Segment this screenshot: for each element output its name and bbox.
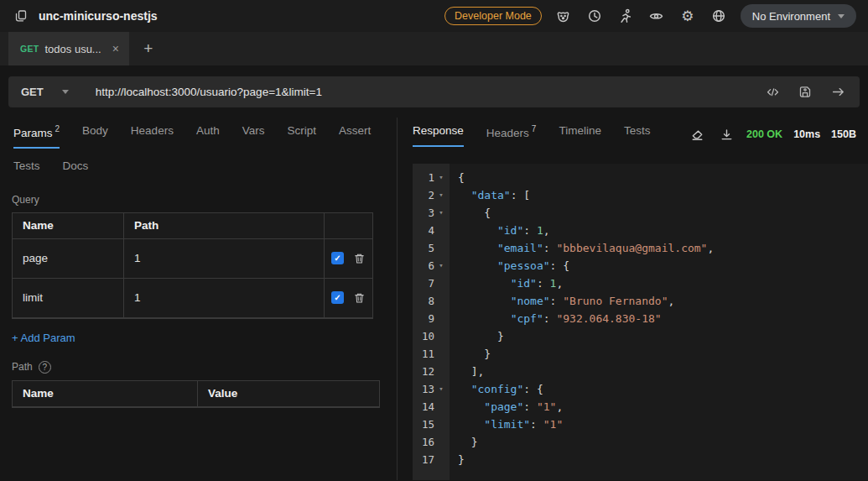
param-name-cell[interactable]: limit bbox=[13, 279, 124, 318]
environment-selector[interactable]: No Environment bbox=[741, 4, 856, 28]
download-response-icon[interactable] bbox=[717, 125, 735, 144]
gutter-cell: 9▾ bbox=[413, 310, 450, 327]
clear-response-eraser-icon[interactable] bbox=[688, 125, 706, 144]
tab-badge: 2 bbox=[55, 124, 60, 133]
param-value-cell[interactable]: 1 bbox=[124, 239, 325, 279]
gutter-cell: 10▾ bbox=[413, 327, 450, 345]
runner-icon[interactable] bbox=[616, 7, 635, 25]
token-key: "id" bbox=[511, 277, 537, 290]
param-name-cell[interactable]: page bbox=[13, 239, 124, 279]
gutter-cell: 7▾ bbox=[413, 274, 450, 292]
fold-caret-icon[interactable]: ▾ bbox=[434, 257, 448, 274]
response-tab-headers[interactable]: Headers7 bbox=[486, 124, 537, 147]
token-punc: { bbox=[458, 207, 491, 219]
request-tab-params[interactable]: Params2 bbox=[13, 124, 60, 149]
token-punc: , bbox=[668, 295, 674, 307]
path-title: Path bbox=[12, 361, 33, 373]
response-tab-timeline[interactable]: Timeline bbox=[559, 124, 601, 147]
token-punc: : bbox=[550, 295, 564, 307]
delete-param-trash-icon[interactable] bbox=[353, 252, 366, 265]
line-number: 17 bbox=[413, 451, 434, 468]
code-content: "limit": "1" bbox=[450, 416, 563, 433]
token-punc: , bbox=[543, 224, 550, 237]
developer-mode-button[interactable]: Developer Mode bbox=[444, 7, 542, 25]
token-punc bbox=[458, 312, 511, 325]
bruno-dog-icon[interactable] bbox=[554, 7, 573, 25]
tab-label: Response bbox=[413, 124, 464, 137]
code-content: { bbox=[450, 169, 465, 186]
request-tab-headers[interactable]: Headers bbox=[131, 124, 174, 149]
new-tab-button[interactable]: + bbox=[129, 32, 168, 65]
gear-icon[interactable]: ⚙ bbox=[678, 7, 697, 25]
line-number: 5 bbox=[413, 239, 434, 257]
fold-caret-icon[interactable]: ▾ bbox=[434, 169, 448, 186]
request-tab-docs[interactable]: Docs bbox=[63, 159, 89, 180]
token-key: "id" bbox=[497, 224, 523, 237]
token-punc: } bbox=[458, 330, 504, 342]
token-punc: ], bbox=[458, 365, 484, 378]
request-tab-assert[interactable]: Assert bbox=[339, 124, 371, 149]
code-content: } bbox=[450, 327, 504, 345]
request-tab-body[interactable]: Body bbox=[82, 124, 108, 149]
path-section-label: Path ? bbox=[12, 361, 397, 374]
query-col-name: Name bbox=[13, 213, 124, 239]
header-toolbar: Developer Mode ⚙ No Environment bbox=[444, 4, 856, 28]
line-number: 1 bbox=[413, 169, 434, 186]
url-bar-row: GET http://localhost:3000/usuario?page=1… bbox=[0, 65, 868, 118]
tab-label: Assert bbox=[339, 124, 371, 137]
close-tab-icon[interactable]: × bbox=[112, 42, 119, 55]
add-param-button[interactable]: + Add Param bbox=[12, 332, 75, 344]
tab-todos-usuarios[interactable]: GET todos usu... × bbox=[8, 32, 129, 65]
token-key: "pessoa" bbox=[497, 259, 550, 272]
request-tab-script[interactable]: Script bbox=[287, 124, 316, 149]
response-tab-response[interactable]: Response bbox=[413, 124, 464, 147]
code-line: 1▾{ bbox=[413, 169, 868, 186]
token-punc bbox=[458, 418, 484, 431]
token-str: "Bruno Fernando" bbox=[563, 295, 668, 307]
method-selector[interactable]: GET bbox=[21, 86, 69, 98]
send-arrow-icon[interactable] bbox=[829, 83, 847, 102]
param-enabled-checkbox[interactable]: ✓ bbox=[331, 252, 344, 264]
tab-label: Headers bbox=[486, 127, 529, 139]
token-num: 1 bbox=[537, 224, 543, 237]
response-size: 150B bbox=[831, 128, 856, 140]
help-icon[interactable]: ? bbox=[39, 361, 51, 374]
line-number: 12 bbox=[413, 363, 434, 380]
tab-label: Docs bbox=[63, 159, 89, 172]
token-punc bbox=[458, 400, 484, 413]
url-actions bbox=[763, 83, 847, 102]
fold-caret-icon[interactable]: ▾ bbox=[434, 380, 448, 398]
token-punc: , bbox=[556, 277, 563, 290]
request-tab-auth[interactable]: Auth bbox=[196, 124, 220, 149]
param-enabled-checkbox[interactable]: ✓ bbox=[331, 291, 344, 304]
globe-icon[interactable] bbox=[709, 7, 728, 25]
request-tab-tests[interactable]: Tests bbox=[13, 159, 40, 180]
line-number: 11 bbox=[413, 345, 434, 363]
gutter-cell: 8▾ bbox=[413, 292, 450, 310]
response-header: ResponseHeaders7TimelineTests 200 OK 10m… bbox=[413, 118, 868, 147]
code-line: 8▾ "nome": "Bruno Fernando", bbox=[413, 292, 868, 310]
tab-label: Params bbox=[13, 127, 53, 139]
save-icon[interactable] bbox=[796, 83, 814, 102]
history-clock-icon[interactable] bbox=[585, 7, 604, 25]
code-icon[interactable] bbox=[763, 83, 782, 102]
token-punc bbox=[458, 383, 471, 395]
token-key: "nome" bbox=[511, 295, 550, 307]
response-tab-tests[interactable]: Tests bbox=[624, 124, 651, 147]
request-tab-vars[interactable]: Vars bbox=[242, 124, 265, 149]
fold-caret-icon[interactable]: ▾ bbox=[434, 186, 448, 204]
code-line: 16▾ } bbox=[413, 433, 868, 451]
code-line: 7▾ "id": 1, bbox=[413, 274, 868, 292]
token-punc: { bbox=[458, 171, 465, 184]
delete-param-trash-icon[interactable] bbox=[353, 291, 366, 305]
param-value-cell[interactable]: 1 bbox=[124, 279, 325, 318]
line-number: 9 bbox=[413, 310, 434, 327]
eye-icon[interactable] bbox=[647, 7, 666, 25]
token-punc: : bbox=[543, 312, 557, 325]
request-panel: Params2BodyHeadersAuthVarsScriptAssertTe… bbox=[0, 118, 398, 480]
fold-caret-icon[interactable]: ▾ bbox=[434, 204, 448, 222]
query-params-table: Name Path page1✓limit1✓ bbox=[12, 212, 373, 319]
line-number: 10 bbox=[413, 327, 434, 345]
url-input[interactable]: http://localhost:3000/usuario?page=1&lim… bbox=[96, 86, 763, 98]
gutter-cell: 16▾ bbox=[413, 433, 450, 451]
